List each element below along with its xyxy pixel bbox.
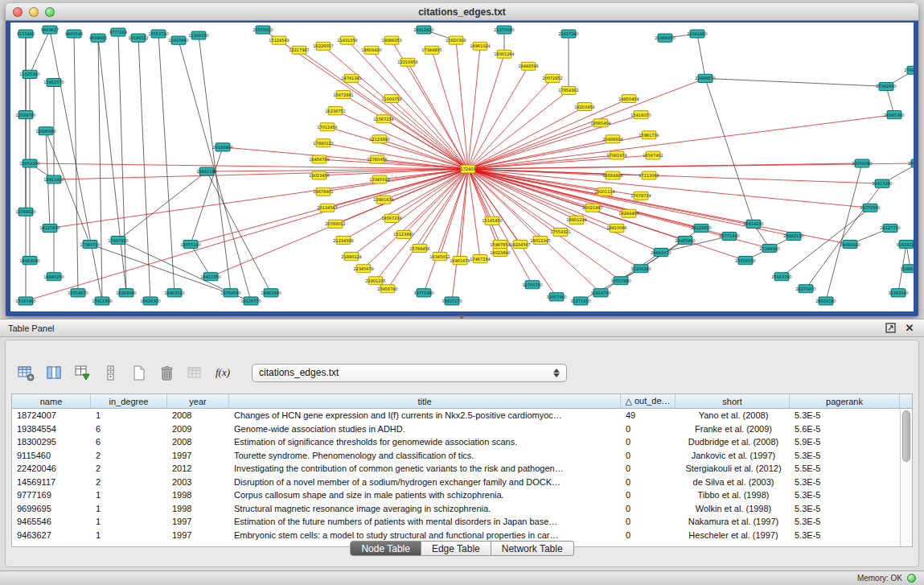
table-row[interactable]: 911546021997Tourette syndrome. Phenomeno…: [12, 449, 900, 463]
graph-node[interactable]: 18412350: [200, 273, 220, 281]
graph-node[interactable]: 17113068: [639, 171, 659, 179]
graph-node[interactable]: 19678901: [313, 187, 333, 196]
graph-node[interactable]: 18023890: [490, 249, 510, 257]
graph-node[interactable]: 25556550: [735, 257, 755, 265]
graph-node[interactable]: 16626300: [140, 297, 160, 305]
graph-node[interactable]: 17697930: [108, 236, 128, 244]
column-header[interactable]: short: [676, 394, 790, 408]
network-table-select[interactable]: citations_edges.txt: [252, 364, 567, 382]
graph-node[interactable]: 23413290: [872, 179, 892, 187]
graph-node[interactable]: 16345012: [429, 253, 450, 261]
graph-node[interactable]: 13345012: [369, 175, 389, 183]
graph-edge[interactable]: [118, 32, 126, 293]
graph-node[interactable]: 19841190: [196, 167, 216, 175]
graph-node[interactable]: 9115460: [17, 30, 35, 38]
graph-node[interactable]: 172403: [460, 165, 475, 173]
graph-node[interactable]: 24127710: [880, 224, 900, 232]
graph-edge[interactable]: [74, 34, 78, 293]
graph-node[interactable]: 11625360: [19, 70, 39, 78]
close-window-button[interactable]: [13, 7, 23, 17]
graph-node[interactable]: 18301264: [494, 50, 514, 58]
graph-node[interactable]: 13768620: [15, 208, 35, 216]
graph-node[interactable]: 11982570: [43, 78, 64, 86]
graph-edge[interactable]: [826, 163, 862, 301]
graph-edge[interactable]: [158, 34, 175, 293]
graph-node[interactable]: 22901235: [365, 277, 385, 285]
graph-edge[interactable]: [705, 78, 886, 86]
graph-node[interactable]: 17344805: [421, 46, 441, 54]
graph-node[interactable]: 21234568: [333, 236, 353, 244]
graph-edge[interactable]: [98, 38, 102, 301]
graph-node[interactable]: 14741341: [341, 74, 361, 82]
graph-node[interactable]: 30914700: [590, 289, 610, 297]
graph-edge-selected[interactable]: [351, 78, 468, 169]
graph-node[interactable]: 11268150: [188, 31, 208, 39]
table-row[interactable]: 2242004622012Investigating the contribut…: [12, 462, 900, 476]
graph-node[interactable]: 17467234: [470, 255, 490, 263]
graph-node[interactable]: 23770500: [860, 204, 880, 212]
graph-node[interactable]: 27342600: [876, 82, 896, 90]
graph-node[interactable]: 14125830: [39, 224, 60, 232]
table-row[interactable]: 946554611997Estimation of the future num…: [12, 515, 900, 529]
graph-edge[interactable]: [199, 35, 231, 293]
table-row[interactable]: 1938455462009Genome-wide association stu…: [12, 422, 900, 436]
graph-node[interactable]: 19101114: [594, 187, 614, 196]
zoom-window-button[interactable]: [45, 7, 55, 17]
graph-node[interactable]: 14567234: [381, 214, 401, 222]
graph-node[interactable]: 20198400: [212, 143, 232, 151]
graph-node[interactable]: 28414230: [743, 220, 763, 228]
graph-edge-selected[interactable]: [468, 90, 569, 169]
graph-node[interactable]: 19448598: [518, 62, 538, 70]
graph-node[interactable]: 19086053: [381, 36, 401, 44]
graph-node[interactable]: 22345679: [353, 265, 373, 273]
graph-node[interactable]: 20072852: [542, 74, 562, 82]
graph-node[interactable]: 26270970: [795, 285, 815, 293]
graph-node[interactable]: 20021997: [582, 204, 602, 212]
graph-node[interactable]: 19126770: [240, 297, 261, 305]
graph-edge[interactable]: [621, 241, 685, 281]
graph-edge[interactable]: [697, 34, 705, 78]
graph-edge[interactable]: [98, 38, 126, 293]
graph-node[interactable]: 17081974: [606, 151, 626, 159]
graph-node[interactable]: 19483980: [261, 289, 281, 297]
graph-node[interactable]: 33415170: [441, 297, 462, 305]
graph-node[interactable]: 15981736: [639, 131, 659, 139]
graph-edge-selected[interactable]: [468, 115, 894, 169]
graph-node[interactable]: 29843070: [651, 249, 671, 257]
graph-edge[interactable]: [50, 30, 102, 301]
graph-node[interactable]: 17678734: [630, 192, 651, 200]
graph-node[interactable]: 15145450: [482, 216, 502, 225]
graph-edge-selected[interactable]: [392, 99, 468, 169]
column-header[interactable]: title: [229, 394, 621, 408]
graph-node[interactable]: 10196522: [128, 34, 148, 42]
graph-node[interactable]: 22698870: [695, 74, 715, 82]
graph-node[interactable]: 23056080: [852, 159, 872, 167]
trash-icon[interactable]: [156, 362, 177, 383]
graph-node[interactable]: 25913760: [771, 273, 791, 281]
table-row[interactable]: 1456911722003Disruption of a novel membe…: [12, 476, 900, 489]
graph-node[interactable]: 23456790: [377, 285, 397, 293]
graph-node[interactable]: 33772380: [413, 289, 433, 297]
tab-edge-table[interactable]: Edge Table: [421, 541, 491, 556]
graph-node[interactable]: 13054200: [19, 159, 39, 167]
graph-node[interactable]: 19234567: [510, 241, 530, 249]
graph-node[interactable]: 32700750: [522, 281, 542, 289]
graph-node[interactable]: 30200280: [630, 265, 651, 273]
graph-node[interactable]: 21270030: [494, 26, 514, 34]
graph-node[interactable]: 12217987: [289, 46, 309, 54]
function-builder-button[interactable]: f(x): [212, 362, 233, 383]
graph-node[interactable]: 20789012: [325, 220, 345, 228]
graph-node[interactable]: 18456789: [309, 155, 329, 163]
import-table-icon[interactable]: [72, 362, 92, 383]
graph-node[interactable]: 16801234: [566, 216, 586, 224]
graph-node[interactable]: 31271910: [570, 297, 590, 305]
graph-node[interactable]: 16226057: [313, 42, 333, 50]
graph-node[interactable]: 17890123: [313, 139, 333, 147]
graph-node[interactable]: 15911880: [92, 297, 112, 305]
column-header[interactable]: in_degree: [91, 394, 167, 408]
graph-node[interactable]: 9777169: [109, 28, 127, 36]
graph-node[interactable]: 15416070: [630, 111, 651, 119]
graph-node[interactable]: 29485860: [675, 236, 695, 244]
graph-node[interactable]: 21627240: [558, 30, 578, 38]
graph-node[interactable]: 14850404: [618, 94, 639, 102]
